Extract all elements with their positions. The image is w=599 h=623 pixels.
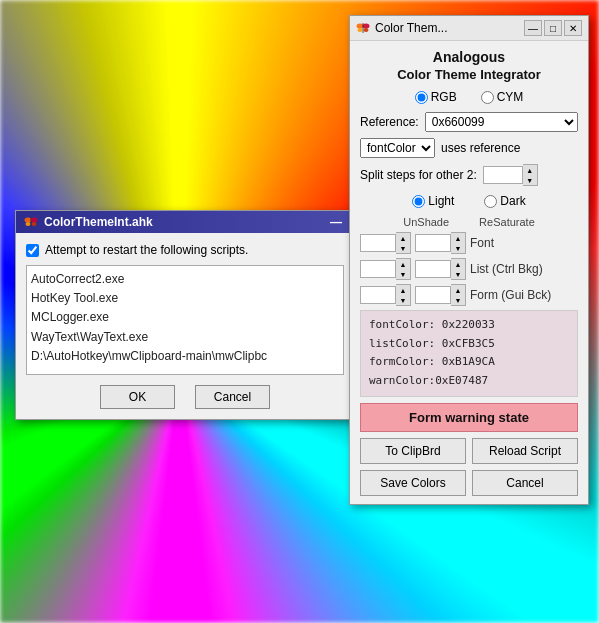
dark-radio-label[interactable]: Dark	[484, 194, 525, 208]
right-dialog: Color Them... — □ ✕ Analogous Color Them…	[349, 15, 589, 505]
list-resaturate-down[interactable]: ▼	[451, 269, 465, 279]
unshade-header: UnShade ReSaturate	[360, 216, 578, 228]
list-unshade-spin-btns[interactable]: ▲ ▼	[396, 258, 411, 280]
font-resaturate-down[interactable]: ▼	[451, 243, 465, 253]
font-resaturate-up[interactable]: ▲	[451, 233, 465, 243]
form-resaturate-input[interactable]: 12	[415, 286, 451, 304]
svg-point-8	[364, 28, 369, 32]
font-unshade-up[interactable]: ▲	[396, 233, 410, 243]
split-spinner[interactable]: 52 ▲ ▼	[483, 164, 538, 186]
font-unshade-input[interactable]: 25	[360, 234, 396, 252]
rgb-radio[interactable]	[415, 91, 428, 104]
list-item: WayText\WayText.exe	[31, 328, 339, 347]
split-spin-btns[interactable]: ▲ ▼	[523, 164, 538, 186]
form-color-display: formColor: 0xB1A9CA	[369, 353, 569, 372]
unshade-col-label: UnShade	[403, 216, 449, 228]
left-dialog-titlebar: ColorThemeInt.ahk —	[16, 211, 354, 233]
maximize-btn[interactable]: □	[544, 20, 562, 36]
split-input[interactable]: 52	[483, 166, 523, 184]
form-unshade-up[interactable]: ▲	[396, 285, 410, 295]
reference-label: Reference:	[360, 115, 419, 129]
form-resaturate-up[interactable]: ▲	[451, 285, 465, 295]
list-unshade-down[interactable]: ▼	[396, 269, 410, 279]
checkbox-row: Attempt to restart the following scripts…	[26, 243, 344, 257]
form-unshade-spin-btns[interactable]: ▲ ▼	[396, 284, 411, 306]
font-slider-row: 25 ▲ ▼ 30 ▲ ▼ Font	[360, 232, 578, 254]
to-clipbrd-button[interactable]: To ClipBrd	[360, 438, 466, 464]
form-slider-row: 7 ▲ ▼ 12 ▲ ▼ Form (Gui Bck)	[360, 284, 578, 306]
dark-label: Dark	[500, 194, 525, 208]
form-unshade-input[interactable]: 7	[360, 286, 396, 304]
ok-button[interactable]: OK	[100, 385, 175, 409]
list-item: D:\AutoHotkey\mwClipboard-main\mwClipbc	[31, 347, 339, 366]
action-row: To ClipBrd Reload Script	[360, 438, 578, 464]
list-row-label: List (Ctrl Bkg)	[470, 262, 578, 276]
reference-select[interactable]: 0x660099	[425, 112, 578, 132]
font-unshade-spin-btns[interactable]: ▲ ▼	[396, 232, 411, 254]
list-resaturate-spinner[interactable]: 16 ▲ ▼	[415, 258, 466, 280]
checkbox-label: Attempt to restart the following scripts…	[45, 243, 248, 257]
warn-button[interactable]: Form warning state	[360, 403, 578, 432]
font-color-select[interactable]: fontColor	[360, 138, 435, 158]
list-unshade-spinner[interactable]: 6 ▲ ▼	[360, 258, 411, 280]
split-up-btn[interactable]: ▲	[523, 165, 537, 175]
heading2: Color Theme Integrator	[360, 67, 578, 82]
split-row: Split steps for other 2: 52 ▲ ▼	[360, 164, 578, 186]
form-resaturate-spin-btns[interactable]: ▲ ▼	[451, 284, 466, 306]
rgb-radio-label[interactable]: RGB	[415, 90, 457, 104]
minimize-btn[interactable]: —	[524, 20, 542, 36]
list-slider-row: 6 ▲ ▼ 16 ▲ ▼ List (Ctrl Bkg)	[360, 258, 578, 280]
font-resaturate-input[interactable]: 30	[415, 234, 451, 252]
light-radio-label[interactable]: Light	[412, 194, 454, 208]
warn-color-display: warnColor:0xE07487	[369, 372, 569, 391]
left-dialog-controls[interactable]: —	[326, 215, 346, 229]
cym-label: CYM	[497, 90, 524, 104]
list-item: HotKey Tool.exe	[31, 289, 339, 308]
cym-radio[interactable]	[481, 91, 494, 104]
font-unshade-down[interactable]: ▼	[396, 243, 410, 253]
heading1: Analogous	[360, 49, 578, 65]
form-row-label: Form (Gui Bck)	[470, 288, 578, 302]
split-down-btn[interactable]: ▼	[523, 175, 537, 185]
cancel-button-right[interactable]: Cancel	[472, 470, 578, 496]
form-resaturate-spinner[interactable]: 12 ▲ ▼	[415, 284, 466, 306]
save-row: Save Colors Cancel	[360, 470, 578, 496]
list-unshade-input[interactable]: 6	[360, 260, 396, 278]
right-dialog-titlebar: Color Them... — □ ✕	[350, 16, 588, 41]
right-dialog-winbtns[interactable]: — □ ✕	[524, 20, 582, 36]
font-resaturate-spin-btns[interactable]: ▲ ▼	[451, 232, 466, 254]
left-dialog: ColorThemeInt.ahk — Attempt to restart t…	[15, 210, 355, 420]
close-btn[interactable]: ✕	[564, 20, 582, 36]
color-model-row: RGB CYM	[360, 90, 578, 104]
reload-script-button[interactable]: Reload Script	[472, 438, 578, 464]
cym-radio-label[interactable]: CYM	[481, 90, 524, 104]
left-dialog-btn-row: OK Cancel	[26, 385, 344, 409]
svg-point-5	[357, 24, 364, 29]
font-resaturate-spinner[interactable]: 30 ▲ ▼	[415, 232, 466, 254]
list-unshade-up[interactable]: ▲	[396, 259, 410, 269]
left-dialog-minimize[interactable]: —	[326, 215, 346, 229]
list-resaturate-up[interactable]: ▲	[451, 259, 465, 269]
restart-checkbox[interactable]	[26, 244, 39, 257]
light-label: Light	[428, 194, 454, 208]
resaturate-col-label: ReSaturate	[479, 216, 535, 228]
dark-radio[interactable]	[484, 195, 497, 208]
form-resaturate-down[interactable]: ▼	[451, 295, 465, 305]
font-unshade-spinner[interactable]: 25 ▲ ▼	[360, 232, 411, 254]
right-dialog-title: Color Them...	[375, 21, 447, 35]
left-dialog-body: Attempt to restart the following scripts…	[16, 233, 354, 419]
light-radio[interactable]	[412, 195, 425, 208]
cancel-button-left[interactable]: Cancel	[195, 385, 270, 409]
rgb-label: RGB	[431, 90, 457, 104]
form-unshade-down[interactable]: ▼	[396, 295, 410, 305]
list-resaturate-input[interactable]: 16	[415, 260, 451, 278]
svg-point-7	[358, 28, 363, 32]
light-dark-row: Light Dark	[360, 194, 578, 208]
font-row-label: Font	[470, 236, 578, 250]
form-unshade-spinner[interactable]: 7 ▲ ▼	[360, 284, 411, 306]
script-list[interactable]: AutoCorrect2.exe HotKey Tool.exe MCLogge…	[26, 265, 344, 375]
save-colors-button[interactable]: Save Colors	[360, 470, 466, 496]
svg-point-1	[31, 218, 38, 223]
list-resaturate-spin-btns[interactable]: ▲ ▼	[451, 258, 466, 280]
list-item: AutoCorrect2.exe	[31, 270, 339, 289]
